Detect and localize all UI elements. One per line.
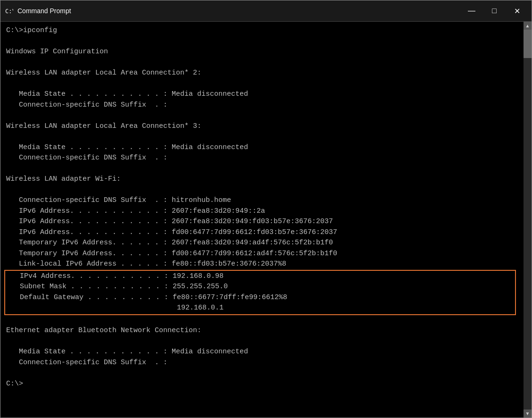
terminal-line: IPv6 Address. . . . . . . . . . . : 2607… bbox=[6, 206, 518, 217]
terminal-line: Wireless LAN adapter Local Area Connecti… bbox=[6, 68, 518, 79]
maximize-button[interactable]: □ bbox=[483, 3, 505, 18]
terminal-line: Media State . . . . . . . . . . . : Medi… bbox=[6, 89, 518, 100]
terminal-line: Connection-specific DNS Suffix . : bbox=[6, 153, 518, 164]
scrollbar-thumb[interactable] bbox=[524, 30, 532, 58]
svg-text:C:\: C:\ bbox=[5, 8, 13, 15]
terminal-line: Temporary IPv6 Address. . . . . . : fd00… bbox=[6, 249, 518, 259]
terminal-line bbox=[6, 58, 518, 68]
terminal-line: C:\>ipconfig bbox=[6, 25, 518, 36]
terminal-line: Media State . . . . . . . . . . . : Medi… bbox=[6, 347, 518, 358]
terminal-line bbox=[6, 185, 518, 196]
terminal-line bbox=[6, 79, 518, 90]
scrollbar: ▲ ▼ bbox=[524, 22, 532, 418]
scrollbar-track[interactable] bbox=[524, 30, 532, 410]
terminal-line: IPv6 Address. . . . . . . . . . . : fd00… bbox=[6, 227, 518, 238]
close-button[interactable]: ✕ bbox=[506, 3, 528, 18]
scroll-down-button[interactable]: ▼ bbox=[524, 410, 532, 418]
terminal-line bbox=[6, 132, 518, 142]
terminal-line: Connection-specific DNS Suffix . : bbox=[6, 100, 518, 111]
command-prompt-window: C:\ Command Prompt — □ ✕ C:\>ipconfig Wi… bbox=[0, 0, 532, 418]
terminal-line: Wireless LAN adapter Local Area Connecti… bbox=[6, 121, 518, 132]
terminal-line: Temporary IPv6 Address. . . . . . : 2607… bbox=[6, 238, 518, 249]
minimize-button[interactable]: — bbox=[461, 3, 482, 18]
terminal-line: 192.168.0.1 bbox=[7, 303, 513, 314]
scroll-up-button[interactable]: ▲ bbox=[524, 22, 532, 30]
title-bar: C:\ Command Prompt — □ ✕ bbox=[0, 0, 532, 22]
terminal-line: Connection-specific DNS Suffix . : bbox=[6, 358, 518, 368]
terminal-line bbox=[6, 36, 518, 47]
title-bar-left: C:\ Command Prompt bbox=[4, 6, 71, 16]
terminal-line bbox=[6, 110, 518, 121]
terminal-line: IPv4 Address. . . . . . . . . . . : 192.… bbox=[7, 271, 513, 282]
content-area: C:\>ipconfig Windows IP Configuration Wi… bbox=[0, 22, 532, 418]
terminal-line bbox=[6, 368, 518, 379]
terminal-output[interactable]: C:\>ipconfig Windows IP Configuration Wi… bbox=[0, 22, 524, 418]
terminal-line: Ethernet adapter Bluetooth Network Conne… bbox=[6, 326, 518, 336]
terminal-line bbox=[6, 315, 518, 326]
terminal-line bbox=[6, 164, 518, 175]
window-title: Command Prompt bbox=[17, 7, 71, 15]
terminal-line: Windows IP Configuration bbox=[6, 47, 518, 58]
terminal-line: Subnet Mask . . . . . . . . . . . : 255.… bbox=[7, 282, 513, 293]
terminal-line: IPv6 Address. . . . . . . . . . . : 2607… bbox=[6, 217, 518, 227]
terminal-line: Wireless LAN adapter Wi-Fi: bbox=[6, 174, 518, 185]
terminal-line: Link-local IPv6 Address . . . . . : fe80… bbox=[6, 259, 518, 270]
terminal-line bbox=[6, 336, 518, 347]
terminal-line: Media State . . . . . . . . . . . : Medi… bbox=[6, 142, 518, 153]
title-bar-controls: — □ ✕ bbox=[461, 3, 528, 18]
terminal-line: C:\> bbox=[6, 379, 518, 390]
cmd-icon: C:\ bbox=[4, 6, 14, 16]
terminal-line: Default Gateway . . . . . . . . . : fe80… bbox=[7, 293, 513, 303]
terminal-line: Connection-specific DNS Suffix . : hitro… bbox=[6, 195, 518, 206]
